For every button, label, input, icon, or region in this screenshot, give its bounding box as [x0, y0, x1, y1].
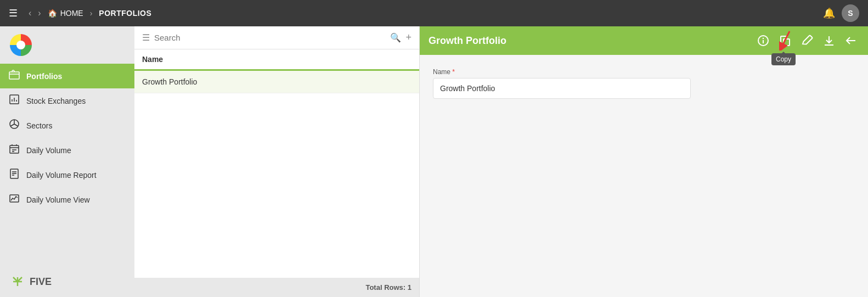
filter-icon: ☰	[142, 32, 150, 43]
detail-panel: Growth Portfolio	[420, 26, 868, 297]
back-button[interactable]	[843, 32, 859, 49]
breadcrumb-current: PORTFOLIOS	[99, 9, 151, 18]
name-label: Name *	[433, 68, 855, 76]
sidebar-item-daily-volume-report-label: Daily Volume Report	[26, 171, 97, 180]
menu-icon[interactable]: ☰	[9, 7, 18, 19]
content-area: ☰ 🔍 + Name Growth Portfolio Total Rows: …	[134, 26, 868, 297]
sidebar-item-daily-volume-report[interactable]: Daily Volume Report	[0, 162, 134, 187]
forward-arrow[interactable]: ›	[38, 8, 41, 18]
info-button[interactable]	[755, 32, 771, 49]
back-arrow[interactable]: ‹	[29, 8, 31, 18]
sidebar-item-stock-exchanges[interactable]: Stock Exchanges	[0, 88, 134, 113]
search-input[interactable]	[154, 33, 386, 42]
bell-icon[interactable]: 🔔	[823, 7, 835, 19]
list-body: Growth Portfolio	[134, 71, 419, 278]
top-nav: ☰ ‹ › 🏠 HOME › PORTFOLIOS 🔔 S	[0, 0, 868, 26]
svg-point-1	[16, 41, 25, 49]
app-logo	[9, 33, 33, 57]
sidebar-item-sectors-label: Sectors	[26, 121, 52, 130]
home-icon: 🏠	[48, 9, 57, 18]
sidebar-item-daily-volume-view[interactable]: Daily Volume View	[0, 187, 134, 212]
daily-volume-icon	[9, 143, 20, 157]
sidebar-item-daily-volume-label: Daily Volume	[26, 146, 71, 155]
sidebar-item-daily-volume[interactable]: Daily Volume	[0, 138, 134, 162]
name-field: Name *	[433, 68, 855, 99]
daily-volume-view-icon	[9, 193, 20, 206]
arrow-indicator	[770, 29, 792, 52]
sidebar-footer: FIVE	[0, 266, 134, 297]
user-avatar[interactable]: S	[842, 4, 859, 22]
sidebar-item-portfolios[interactable]: Portfolios	[0, 64, 134, 88]
download-button[interactable]	[821, 32, 837, 49]
required-indicator: *	[452, 68, 455, 76]
search-bar: ☰ 🔍 +	[134, 26, 419, 49]
detail-header: Growth Portfolio	[420, 26, 868, 55]
sidebar-item-portfolios-label: Portfolios	[26, 72, 62, 81]
five-logo-icon	[9, 273, 26, 290]
breadcrumb-sep: ›	[90, 9, 93, 18]
svg-point-26	[763, 38, 764, 39]
list-column-header: Name	[134, 49, 419, 71]
search-icon: 🔍	[390, 32, 401, 43]
home-link[interactable]: 🏠 HOME	[48, 9, 83, 18]
sidebar-nav: Portfolios Stock Exchanges	[0, 64, 134, 266]
list-row[interactable]: Growth Portfolio	[134, 71, 419, 93]
five-logo: FIVE	[9, 273, 52, 290]
stock-exchanges-icon	[9, 94, 20, 108]
svg-line-32	[781, 31, 790, 48]
edit-button[interactable]	[799, 32, 815, 49]
sidebar-logo	[0, 26, 134, 64]
sidebar-item-sectors[interactable]: Sectors	[0, 113, 134, 138]
name-input[interactable]	[433, 78, 691, 99]
svg-rect-19	[10, 195, 19, 202]
sidebar-item-daily-volume-view-label: Daily Volume View	[26, 195, 90, 204]
list-footer: Total Rows: 1	[134, 278, 419, 297]
add-icon[interactable]: +	[405, 32, 412, 43]
sectors-icon	[9, 119, 20, 132]
detail-content: Name *	[420, 55, 868, 121]
main-layout: Portfolios Stock Exchanges	[0, 26, 868, 297]
copy-tooltip: Copy	[771, 53, 796, 65]
five-logo-text: FIVE	[30, 276, 52, 288]
svg-rect-2	[9, 72, 19, 79]
home-label: HOME	[60, 9, 83, 18]
list-panel: ☰ 🔍 + Name Growth Portfolio Total Rows: …	[134, 26, 420, 297]
portfolios-icon	[9, 69, 20, 83]
sidebar-item-stock-exchanges-label: Stock Exchanges	[26, 97, 86, 105]
detail-title: Growth Portfolio	[429, 35, 506, 47]
svg-rect-9	[10, 145, 19, 153]
daily-volume-report-icon	[9, 168, 20, 182]
sidebar: Portfolios Stock Exchanges	[0, 26, 134, 297]
